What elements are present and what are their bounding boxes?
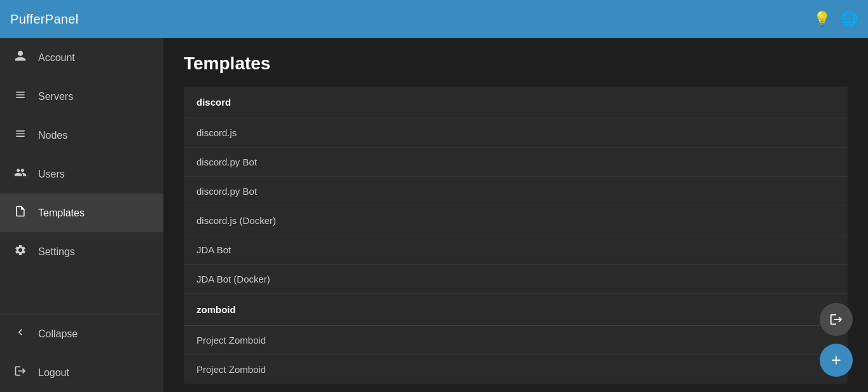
sidebar-item-servers[interactable]: Servers [0, 77, 163, 116]
list-item[interactable]: discord.py Bot [184, 177, 848, 206]
templates-list: discord discord.js discord.py Bot discor… [184, 87, 848, 384]
header: PufferPanel 💡 🌐 [0, 0, 868, 38]
app-title: PufferPanel [10, 12, 78, 27]
templates-icon [13, 205, 28, 221]
list-item[interactable]: JDA Bot [184, 235, 848, 265]
sidebar-item-settings[interactable]: Settings [0, 232, 163, 271]
sidebar-item-templates-label: Templates [38, 207, 85, 219]
list-item[interactable]: Project Zomboid [184, 326, 848, 355]
list-item[interactable]: Project Zomboid [184, 355, 848, 384]
globe-icon[interactable]: 🌐 [841, 11, 858, 27]
sidebar-item-users[interactable]: Users [0, 155, 163, 193]
sidebar-item-logout[interactable]: Logout [0, 353, 163, 392]
category-zomboid: zomboid [184, 294, 848, 326]
logout-icon [13, 365, 28, 381]
nodes-icon [13, 127, 28, 143]
sidebar-item-servers-label: Servers [38, 91, 73, 102]
content-area: Templates discord discord.js discord.py … [163, 38, 868, 392]
sidebar-item-settings-label: Settings [38, 246, 75, 258]
sidebar-item-collapse-label: Collapse [38, 328, 78, 340]
page-title: Templates [184, 53, 848, 74]
users-icon [13, 166, 28, 182]
main-layout: Account Servers Nodes Users Templates [0, 38, 868, 392]
list-item[interactable]: discord.js [184, 118, 848, 148]
sidebar: Account Servers Nodes Users Templates [0, 38, 163, 392]
sidebar-item-templates[interactable]: Templates [0, 193, 163, 232]
header-icons: 💡 🌐 [813, 11, 858, 27]
import-button[interactable] [820, 303, 853, 336]
fab-container [820, 303, 853, 377]
servers-icon [13, 88, 28, 104]
list-item[interactable]: JDA Bot (Docker) [184, 265, 848, 294]
sidebar-item-account-label: Account [38, 52, 75, 64]
sidebar-item-nodes-label: Nodes [38, 130, 67, 141]
sidebar-item-users-label: Users [38, 169, 65, 180]
collapse-icon [13, 326, 28, 342]
sidebar-item-account[interactable]: Account [0, 38, 163, 77]
sidebar-item-collapse[interactable]: Collapse [0, 314, 163, 353]
category-discord: discord [184, 87, 848, 118]
lightbulb-icon[interactable]: 💡 [813, 11, 830, 27]
person-icon [13, 50, 28, 66]
sidebar-item-nodes[interactable]: Nodes [0, 116, 163, 155]
settings-icon [13, 244, 28, 260]
add-template-button[interactable] [820, 344, 853, 377]
list-item[interactable]: discord.py Bot [184, 148, 848, 177]
sidebar-item-logout-label: Logout [38, 367, 69, 379]
list-item[interactable]: discord.js (Docker) [184, 206, 848, 235]
